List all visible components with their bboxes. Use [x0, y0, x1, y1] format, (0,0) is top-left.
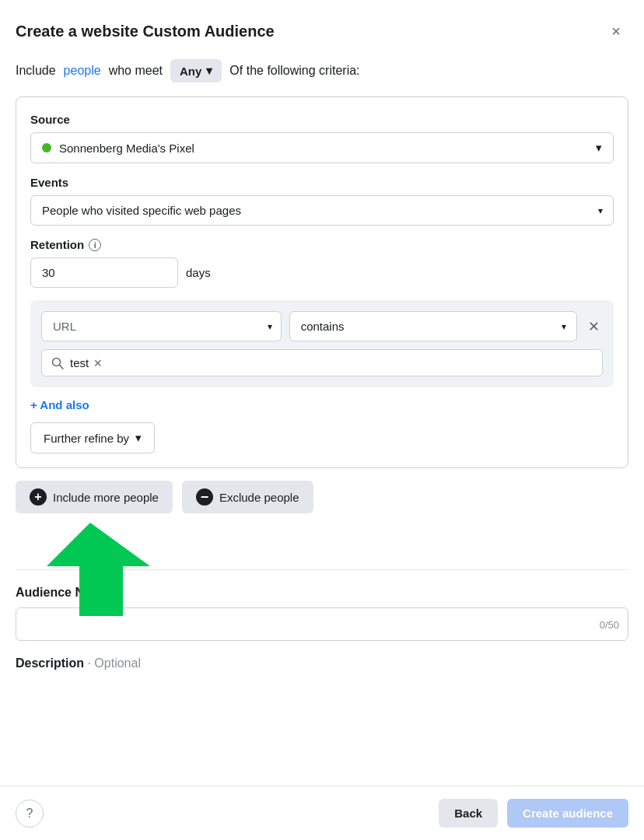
people-link[interactable]: people	[64, 64, 101, 78]
search-tag-value: test	[70, 356, 89, 369]
and-also-button[interactable]: + And also	[30, 398, 89, 411]
contains-dropdown[interactable]: contains	[289, 311, 577, 341]
events-dropdown[interactable]: People who visited specific web pages	[30, 195, 614, 226]
retention-label: Retention i	[30, 238, 614, 251]
retention-input[interactable]	[30, 257, 178, 288]
events-dropdown-wrapper: People who visited specific web pages ▾	[30, 195, 614, 226]
include-more-button[interactable]: + Include more people	[16, 481, 173, 513]
of-text: Of the following criteria:	[229, 64, 359, 78]
description-label: Description	[16, 656, 84, 670]
filter-top: URL ▾ contains ▾ ✕	[41, 311, 603, 341]
criteria-box: Source Sonnenberg Media's Pixel ▾ Events…	[16, 96, 628, 468]
any-dropdown-arrow-icon: ▾	[206, 64, 212, 78]
filter-remove-button[interactable]: ✕	[585, 315, 603, 338]
close-button[interactable]: ×	[604, 19, 628, 44]
svg-line-1	[60, 365, 64, 369]
retention-info-icon[interactable]: i	[89, 239, 101, 251]
further-refine-label: Further refine by	[44, 432, 129, 445]
audience-name-section: Audience Name 0/50	[16, 586, 628, 641]
include-middle: who meet	[109, 64, 163, 78]
filter-row: URL ▾ contains ▾ ✕ test	[30, 300, 614, 387]
source-value: Sonnenberg Media's Pixel	[59, 142, 194, 155]
events-label: Events	[30, 176, 614, 189]
search-tag: test ✕	[70, 356, 104, 369]
include-row: Include people who meet Any ▾ Of the fol…	[16, 59, 628, 82]
url-dropdown[interactable]: URL	[41, 311, 282, 341]
contains-wrapper: contains ▾	[289, 311, 577, 341]
include-prefix: Include	[16, 64, 56, 78]
pixel-status-dot	[42, 143, 51, 152]
modal-title: Create a website Custom Audience	[16, 23, 275, 40]
retention-row: days	[30, 257, 614, 288]
bottom-bar: ? Back Create audience	[0, 786, 644, 840]
source-dropdown[interactable]: Sonnenberg Media's Pixel ▾	[30, 132, 614, 163]
search-icon	[51, 357, 64, 369]
help-button[interactable]: ?	[16, 800, 44, 828]
audience-name-input-wrapper: 0/50	[16, 607, 628, 641]
search-tag-remove-button[interactable]: ✕	[92, 357, 104, 369]
any-label: Any	[180, 65, 201, 78]
include-more-label: Include more people	[53, 491, 159, 504]
source-label: Source	[30, 113, 614, 126]
bottom-right-actions: Back Create audience	[439, 799, 628, 828]
exclude-button[interactable]: − Exclude people	[182, 481, 313, 513]
action-row: + Include more people − Exclude people	[16, 481, 628, 513]
back-button[interactable]: Back	[439, 799, 498, 828]
description-section: Description · Optional	[16, 656, 628, 670]
exclude-icon: −	[196, 488, 213, 506]
divider	[16, 569, 628, 570]
days-label: days	[186, 266, 211, 279]
audience-name-label: Audience Name	[16, 586, 628, 600]
search-input-wrapper: test ✕	[41, 349, 603, 376]
any-dropdown[interactable]: Any ▾	[170, 59, 222, 82]
further-refine-arrow-icon: ▾	[135, 431, 142, 445]
url-select-wrapper: URL ▾	[41, 311, 282, 341]
audience-name-input[interactable]	[16, 607, 628, 641]
further-refine-button[interactable]: Further refine by ▾	[30, 422, 155, 453]
action-section: + Include more people − Exclude people	[16, 481, 628, 513]
include-more-icon: +	[30, 488, 47, 506]
modal: Create a website Custom Audience × Inclu…	[0, 0, 644, 840]
modal-header: Create a website Custom Audience ×	[16, 19, 628, 44]
create-audience-button[interactable]: Create audience	[507, 799, 628, 828]
exclude-label: Exclude people	[219, 491, 299, 504]
description-optional: · Optional	[87, 656, 140, 670]
source-dropdown-arrow-icon: ▾	[596, 141, 602, 155]
